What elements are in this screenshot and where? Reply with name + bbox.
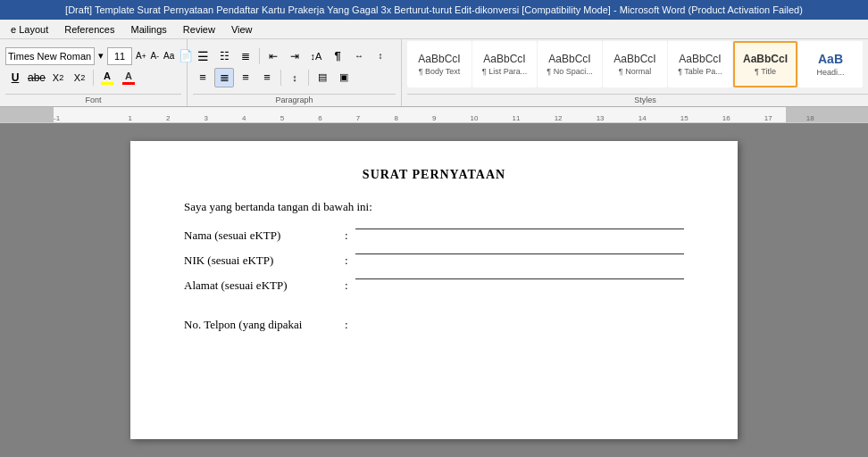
- align-center-btn[interactable]: ≣: [214, 68, 234, 87]
- field-nama-colon: :: [345, 228, 348, 243]
- style-title-label: ¶ Title: [755, 67, 776, 76]
- shading-btn[interactable]: ▤: [313, 68, 332, 87]
- justify-btn[interactable]: ≡: [257, 68, 277, 87]
- line-spacing-btn[interactable]: ↕: [285, 68, 305, 87]
- document-page: SURAT PERNYATAAN Saya yang bertanda tang…: [130, 141, 738, 439]
- style-table-pa-label: ¶ Table Pa...: [678, 67, 722, 76]
- field-nik-label: NIK (sesuai eKTP): [184, 253, 345, 268]
- style-list-para-label: ¶ List Para...: [482, 67, 527, 76]
- font-section-label: Font: [5, 94, 181, 104]
- paragraph-section-label: Paragraph: [193, 94, 396, 104]
- multilevel-list-btn[interactable]: ≣: [236, 46, 255, 66]
- style-normal-label: ¶ Normal: [619, 67, 651, 76]
- style-title-preview: AaBbCcI: [743, 53, 788, 65]
- underline-btn[interactable]: U: [5, 68, 25, 87]
- document-intro: Saya yang bertanda tangan di bawah ini:: [184, 200, 684, 214]
- field-notelp: No. Telpon (yang dipakai :: [184, 318, 684, 332]
- font-section: ▾ A+ A- Aa 📄 U abe X2 X2 A: [0, 39, 188, 106]
- field-notelp-colon: :: [345, 318, 348, 332]
- sort-btn[interactable]: ↕A: [306, 46, 326, 66]
- strikethrough-btn[interactable]: abe: [27, 68, 46, 87]
- style-normal[interactable]: AaBbCcI ¶ Normal: [603, 41, 667, 87]
- superscript-btn[interactable]: X2: [70, 68, 89, 87]
- increase-indent-btn[interactable]: ⇥: [285, 46, 305, 66]
- field-notelp-label: No. Telpon (yang dipakai: [184, 318, 345, 332]
- paragraph-section: ☰ ☷ ≣ ⇤ ⇥ ↕A ¶ ↔ ↕ ≡ ≣ ≡ ≡: [188, 39, 402, 106]
- styles-scroll-down[interactable]: ▼: [864, 59, 868, 75]
- font-size-up[interactable]: A+: [135, 46, 147, 66]
- menu-e-layout[interactable]: e Layout: [4, 22, 55, 37]
- title-bar: [Draft] Template Surat Pernyataan Pendaf…: [0, 0, 868, 20]
- font-size-down[interactable]: A-: [150, 46, 160, 66]
- field-alamat-line: [355, 278, 684, 279]
- menu-mailings[interactable]: Mailings: [123, 22, 173, 37]
- text-highlight-btn[interactable]: A: [97, 68, 117, 87]
- font-color-btn[interactable]: A: [119, 68, 138, 87]
- style-list-para[interactable]: AaBbCcI ¶ List Para...: [472, 41, 537, 87]
- change-case-btn[interactable]: Aa: [163, 46, 175, 66]
- menu-bar: e Layout References Mailings Review View: [0, 20, 868, 39]
- font-name-input[interactable]: [5, 47, 95, 65]
- ribbon-body: ▾ A+ A- Aa 📄 U abe X2 X2 A: [0, 39, 868, 107]
- style-heading-preview: AaB: [818, 52, 843, 67]
- style-body-text[interactable]: AaBbCcI ¶ Body Text: [407, 41, 472, 87]
- style-no-spacing-label: ¶ No Spaci...: [547, 67, 592, 76]
- style-table-pa[interactable]: AaBbCcI ¶ Table Pa...: [668, 41, 732, 87]
- rtl-btn[interactable]: ↕: [371, 46, 390, 66]
- style-heading-label: Headi...: [816, 68, 844, 77]
- field-nik: NIK (sesuai eKTP) :: [184, 253, 684, 268]
- document-title: SURAT PERNYATAAN: [184, 168, 684, 182]
- styles-section: AaBbCcI ¶ Body Text AaBbCcI ¶ List Para.…: [402, 39, 868, 106]
- menu-view[interactable]: View: [224, 22, 260, 37]
- style-no-spacing[interactable]: AaBbCcI ¶ No Spaci...: [538, 41, 602, 87]
- title-bar-text: [Draft] Template Surat Pernyataan Pendaf…: [7, 4, 861, 15]
- subscript-btn[interactable]: X2: [48, 68, 68, 87]
- style-no-spacing-preview: AaBbCcI: [548, 53, 590, 65]
- ltr-btn[interactable]: ↔: [349, 46, 369, 66]
- field-nik-line: [355, 253, 684, 254]
- field-alamat: Alamat (sesuai eKTP) :: [184, 278, 684, 293]
- field-nama-label: Nama (sesuai eKTP): [184, 228, 345, 243]
- style-list-para-preview: AaBbCcI: [483, 53, 525, 65]
- styles-section-label: Styles: [407, 94, 868, 104]
- document-area: SURAT PERNYATAAN Saya yang bertanda tang…: [0, 123, 868, 457]
- style-table-pa-preview: AaBbCcI: [679, 53, 721, 65]
- font-size-input[interactable]: [107, 47, 132, 65]
- style-title[interactable]: AaBbCcI ¶ Title: [733, 41, 797, 87]
- menu-review[interactable]: Review: [176, 22, 222, 37]
- font-name-dropdown[interactable]: ▾: [97, 46, 104, 66]
- styles-scroll-up[interactable]: ▲: [864, 43, 868, 59]
- field-nama-line: [355, 228, 684, 229]
- decrease-indent-btn[interactable]: ⇤: [263, 46, 283, 66]
- styles-more[interactable]: ▼: [864, 74, 868, 90]
- borders-btn[interactable]: ▣: [334, 68, 354, 87]
- field-alamat-colon: :: [345, 278, 348, 293]
- style-body-text-label: ¶ Body Text: [419, 67, 461, 76]
- show-formatting-btn[interactable]: ¶: [328, 46, 347, 66]
- app-window: [Draft] Template Surat Pernyataan Pendaf…: [0, 0, 868, 457]
- field-alamat-label: Alamat (sesuai eKTP): [184, 278, 345, 293]
- numbered-list-btn[interactable]: ☷: [214, 46, 234, 66]
- menu-references[interactable]: References: [57, 22, 121, 37]
- style-heading[interactable]: AaB Headi...: [798, 41, 863, 87]
- align-left-btn[interactable]: ≡: [193, 68, 213, 87]
- style-normal-preview: AaBbCcI: [613, 53, 655, 65]
- style-body-text-preview: AaBbCcI: [418, 53, 460, 65]
- align-right-btn[interactable]: ≡: [236, 68, 255, 87]
- bullet-list-btn[interactable]: ☰: [193, 46, 213, 66]
- ruler: -1 1 2 3 4 5 6 7 8 9 10 11 12 13 14 15 1…: [0, 107, 868, 123]
- field-nama: Nama (sesuai eKTP) :: [184, 228, 684, 243]
- field-nik-colon: :: [345, 253, 348, 268]
